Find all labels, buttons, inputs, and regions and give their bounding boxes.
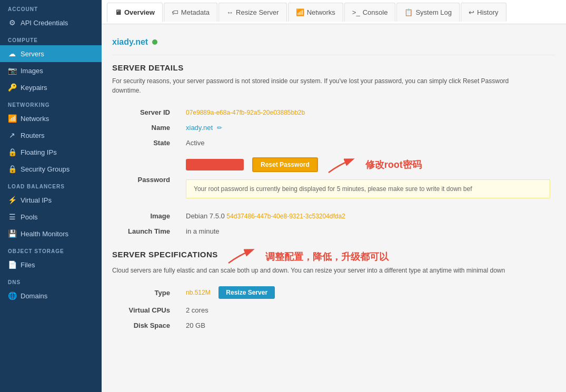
- resize-icon: ↔: [226, 8, 233, 16]
- sidebar-item-label: Files: [21, 261, 35, 269]
- tab-label: Resize Server: [236, 8, 279, 16]
- sidebar-item-floating-ips[interactable]: 🔒 Floating IPs: [0, 144, 102, 160]
- launch-time-label: Launch Time: [112, 224, 181, 239]
- sidebar-section-compute: COMPUTE: [0, 31, 102, 45]
- sidebar-item-virtual-ips[interactable]: ⚡ Virtual IPs: [0, 192, 102, 208]
- sidebar-item-health-monitors[interactable]: 💾 Health Monitors: [0, 225, 102, 242]
- sidebar: ACCOUNT ⚙ API Credentials COMPUTE ☁ Serv…: [0, 0, 102, 392]
- server-name: xiady.net: [112, 37, 148, 47]
- annotation-resize: 调整配置，降低，升级都可以: [265, 250, 389, 263]
- table-row: Name xiady.net ✏: [112, 120, 555, 135]
- server-specs-title: SERVER SPECIFICATIONS: [112, 250, 218, 259]
- sidebar-item-pools[interactable]: ☰ Pools: [0, 208, 102, 225]
- sidebar-item-label: Servers: [21, 50, 44, 58]
- vcpu-value: 2 cores: [181, 303, 555, 318]
- tab-metadata[interactable]: 🏷 Metadata: [164, 3, 217, 22]
- lock-icon: 🔒: [8, 148, 16, 156]
- table-row: Type nb.512M Resize Server: [112, 283, 555, 303]
- server-specs-desc: Cloud servers are fully elastic and can …: [112, 266, 555, 275]
- sidebar-item-api-credentials[interactable]: ⚙ API Credentials: [0, 14, 102, 31]
- wifi-tab-icon: 📶: [296, 8, 304, 16]
- lightning-icon: ⚡: [8, 196, 16, 204]
- cloud-icon: ☁: [8, 49, 16, 58]
- sidebar-item-keypairs[interactable]: 🔑 Keypairs: [0, 79, 102, 96]
- list-icon: ☰: [8, 213, 16, 221]
- server-id-value[interactable]: 07e9889a-e68a-47fb-92a5-20e03885bb2b: [186, 109, 305, 116]
- sidebar-section-dns: DNS: [0, 273, 102, 287]
- table-row: Image Debian 7.5.0 54d37486-447b-40e8-93…: [112, 208, 555, 224]
- wifi-icon: 📶: [8, 114, 16, 123]
- server-details-title: SERVER DETAILS: [112, 63, 555, 72]
- detail-table: Server ID 07e9889a-e68a-47fb-92a5-20e038…: [112, 105, 555, 239]
- arrow-svg: [323, 154, 355, 175]
- tab-label: History: [477, 8, 498, 16]
- sidebar-item-networks[interactable]: 📶 Networks: [0, 110, 102, 127]
- tab-bar: 🖥 Overview 🏷 Metadata ↔ Resize Server 📶 …: [102, 0, 566, 24]
- table-row: Disk Space 20 GB: [112, 318, 555, 333]
- sidebar-section-account: ACCOUNT: [0, 0, 102, 14]
- tab-networks[interactable]: 📶 Networks: [288, 3, 343, 22]
- sidebar-item-label: Health Monitors: [21, 230, 68, 238]
- tab-overview[interactable]: 🖥 Overview: [107, 3, 163, 22]
- status-dot: [152, 39, 157, 45]
- image-label: Image: [112, 208, 181, 224]
- table-row: Launch Time in a minute: [112, 224, 555, 239]
- tab-label: Networks: [307, 8, 335, 16]
- sidebar-item-domains[interactable]: 🌐 Domains: [0, 287, 102, 304]
- tab-console[interactable]: >_ Console: [344, 3, 396, 22]
- monitor-icon: 🖥: [115, 8, 122, 16]
- password-field: [186, 159, 244, 170]
- sidebar-section-load-balancers: LOAD BALANCERS: [0, 177, 102, 192]
- reset-password-button[interactable]: Reset Password: [252, 157, 318, 172]
- content-area: xiady.net SERVER DETAILS For security re…: [102, 24, 566, 392]
- shield-icon: 🔒: [8, 165, 16, 173]
- server-name-link[interactable]: xiady.net: [186, 124, 213, 132]
- log-icon: 📋: [404, 8, 413, 16]
- sidebar-item-label: Keypairs: [21, 84, 47, 92]
- state-label: State: [112, 135, 181, 150]
- state-value: Active: [181, 135, 555, 150]
- tab-label: Metadata: [181, 8, 210, 16]
- sidebar-item-label: Floating IPs: [21, 148, 57, 156]
- save-icon: 💾: [8, 229, 16, 238]
- table-row: Virtual CPUs 2 cores: [112, 303, 555, 318]
- edit-icon[interactable]: ✏: [217, 124, 222, 132]
- server-name-row: xiady.net: [112, 32, 555, 55]
- sidebar-item-label: Networks: [21, 115, 49, 123]
- tab-label: Console: [363, 8, 388, 16]
- sidebar-item-label: API Credentials: [21, 19, 68, 27]
- image-uuid[interactable]: 54d37486-447b-40e8-9321-3c53204dfda2: [226, 213, 345, 220]
- disk-label: Disk Space: [112, 318, 181, 333]
- history-icon: ↩: [469, 8, 474, 16]
- sidebar-item-label: Virtual IPs: [21, 196, 52, 204]
- arrow-svg-2: [223, 247, 255, 266]
- sidebar-item-security-groups[interactable]: 🔒 Security Groups: [0, 160, 102, 177]
- sidebar-section-object-storage: OBJECT STORAGE: [0, 242, 102, 256]
- tab-history[interactable]: ↩ History: [461, 3, 506, 22]
- image-name: Debian 7.5.0: [186, 212, 225, 220]
- tab-resize-server[interactable]: ↔ Resize Server: [219, 3, 287, 22]
- annotation-password: 修改root密码: [365, 158, 422, 171]
- type-value: nb.512M: [186, 289, 211, 296]
- resize-server-button[interactable]: Resize Server: [219, 286, 275, 299]
- specs-table: Type nb.512M Resize Server Virtual CPUs …: [112, 283, 555, 333]
- tab-system-log[interactable]: 📋 System Log: [396, 3, 460, 22]
- sidebar-item-images[interactable]: 📷 Images: [0, 62, 102, 79]
- table-row: Password Reset Password: [112, 150, 555, 208]
- password-label: Password: [112, 150, 181, 208]
- console-icon: >_: [352, 8, 360, 16]
- router-icon: ↗: [8, 131, 16, 139]
- sidebar-item-servers[interactable]: ☁ Servers: [0, 45, 102, 62]
- info-box: Your root password is currently being di…: [186, 179, 550, 198]
- server-details-desc: For security reasons, your server passwo…: [112, 76, 555, 95]
- tab-label: Overview: [124, 8, 155, 16]
- type-label: Type: [112, 283, 181, 303]
- sidebar-item-files[interactable]: 📄 Files: [0, 256, 102, 273]
- main-content: 🖥 Overview 🏷 Metadata ↔ Resize Server 📶 …: [102, 0, 566, 392]
- camera-icon: 📷: [8, 66, 16, 75]
- disk-value: 20 GB: [181, 318, 555, 333]
- key-icon: 🔑: [8, 83, 16, 92]
- table-row: State Active: [112, 135, 555, 150]
- gear-icon: ⚙: [8, 18, 16, 27]
- sidebar-item-routers[interactable]: ↗ Routers: [0, 127, 102, 144]
